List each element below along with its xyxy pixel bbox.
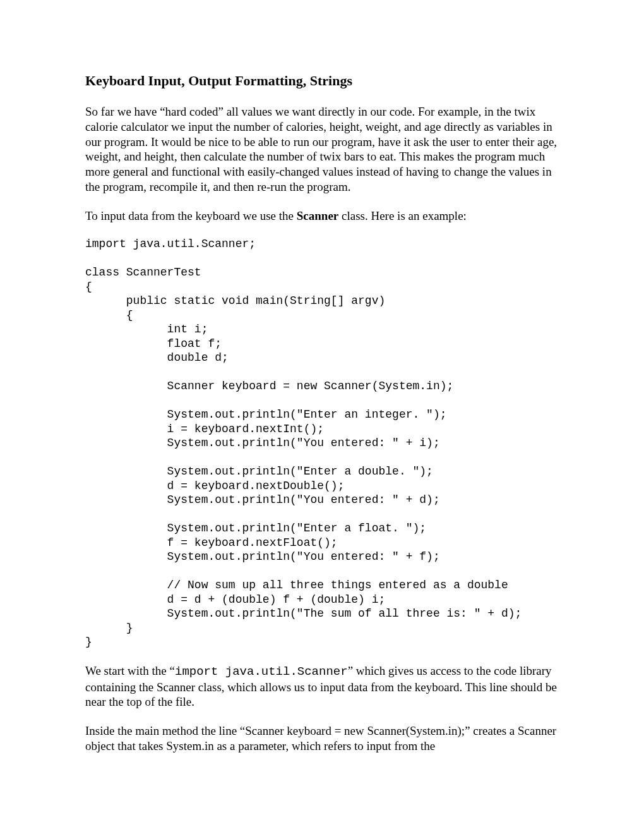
page-title: Keyboard Input, Output Formatting, Strin… (85, 73, 559, 89)
text-segment: We start with the “ (85, 664, 175, 677)
intro-paragraph: So far we have “hard coded” all values w… (85, 104, 559, 195)
scanner-bold: Scanner (297, 209, 339, 222)
import-explanation-paragraph: We start with the “import java.util.Scan… (85, 663, 559, 710)
import-mono: import java.util.Scanner (175, 665, 348, 679)
document-page: Keyboard Input, Output Formatting, Strin… (0, 0, 644, 806)
main-method-paragraph: Inside the main method the line “Scanner… (85, 723, 559, 754)
code-block: import java.util.Scanner; class ScannerT… (85, 237, 559, 650)
scanner-intro-paragraph: To input data from the keyboard we use t… (85, 208, 559, 224)
text-segment: class. Here is an example: (338, 209, 467, 222)
text-segment: To input data from the keyboard we use t… (85, 209, 297, 222)
